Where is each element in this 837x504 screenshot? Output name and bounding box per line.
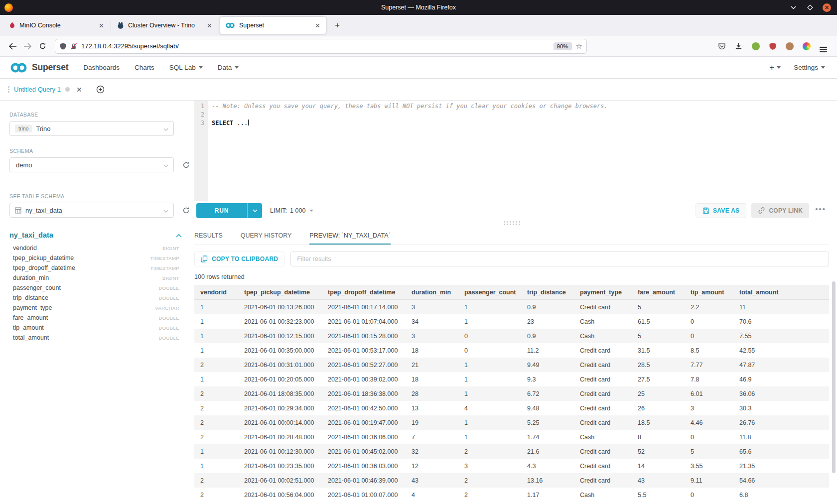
run-label[interactable]: RUN <box>196 203 247 218</box>
schema-column-row: tpep_pickup_datetimeTIMESTAMP <box>9 254 179 264</box>
column-header-passenger_count[interactable]: passenger_count <box>458 285 521 299</box>
nav-dashboards[interactable]: Dashboards <box>83 64 120 71</box>
copy-to-clipboard-button[interactable]: COPY TO CLIPBOARD <box>194 252 284 266</box>
more-options-button[interactable]: ••• <box>814 205 829 216</box>
column-header-tpep_dropoff_datetime[interactable]: tpep_dropoff_datetime <box>322 285 406 299</box>
new-tab-button[interactable]: + <box>331 19 344 31</box>
table-row[interactable]: 12021-06-01 00:23:35.0002021-06-01 00:36… <box>194 459 829 473</box>
query-tab-active[interactable]: Untitled Query 1 ✕ <box>8 85 82 94</box>
refresh-tables-icon[interactable] <box>180 204 192 216</box>
table-row[interactable]: 22021-06-01 00:56:04.0002021-06-01 01:00… <box>194 488 829 502</box>
limit-dropdown[interactable]: LIMIT: 1 000 <box>270 207 313 214</box>
table-row[interactable]: 22021-06-01 18:08:35.0002021-06-01 18:36… <box>194 386 829 401</box>
table-schema-title[interactable]: ny_taxi_data <box>9 231 53 239</box>
shield-icon[interactable] <box>59 42 67 50</box>
close-tab-icon[interactable]: ✕ <box>205 22 214 29</box>
close-tab-icon[interactable]: ✕ <box>97 22 106 29</box>
copy-link-button[interactable]: COPY LINK <box>751 203 809 218</box>
ublock-origin-icon[interactable] <box>766 39 779 53</box>
cell: 6.01 <box>685 386 733 401</box>
table-row[interactable]: 12021-06-01 00:13:26.0002021-06-01 00:17… <box>194 300 829 314</box>
table-row[interactable]: 22021-06-01 00:02:51.0002021-06-01 00:46… <box>194 473 829 488</box>
nav-charts[interactable]: Charts <box>135 64 154 71</box>
menu-hamburger-icon[interactable] <box>817 39 830 53</box>
database-select[interactable]: trino Trino <box>9 121 174 136</box>
table-row[interactable]: 12021-06-01 00:35:00.0002021-06-01 00:53… <box>194 343 829 358</box>
bookmark-star-icon[interactable]: ☆ <box>576 42 582 51</box>
table-schema-label: SEE TABLE SCHEMA <box>9 193 194 199</box>
schema-column-row: tpep_dropoff_datetimeTIMESTAMP <box>9 264 179 274</box>
nav-sql-lab[interactable]: SQL Lab <box>169 64 203 71</box>
cell: 2021-06-01 00:36:03.000 <box>322 459 406 473</box>
table-row[interactable]: 12021-06-01 00:12:15.0002021-06-01 00:15… <box>194 329 829 343</box>
column-header-duration_min[interactable]: duration_min <box>406 285 458 299</box>
table-row[interactable]: 22021-06-01 00:29:34.0002021-06-01 00:42… <box>194 401 829 415</box>
url-bar[interactable]: 172.18.0.4:32295/superset/sqllab/ 90% ☆ <box>55 39 587 54</box>
tab-query-history[interactable]: QUERY HISTORY <box>241 232 292 244</box>
tab-preview[interactable]: PREVIEW: `NY_TAXI_DATA` <box>309 232 390 244</box>
pocket-icon[interactable] <box>715 39 728 53</box>
table-row[interactable]: 22021-06-01 00:28:48.0002021-06-01 00:36… <box>194 430 829 444</box>
privacy-badger-icon[interactable] <box>783 39 796 53</box>
run-options-caret[interactable] <box>247 203 262 218</box>
back-button[interactable] <box>5 39 20 54</box>
close-query-tab-icon[interactable]: ✕ <box>76 86 82 94</box>
cell: 2021-06-01 00:13:26.000 <box>238 300 322 314</box>
forward-button[interactable] <box>20 39 35 54</box>
refresh-schemas-icon[interactable] <box>180 159 192 171</box>
cell: 1 <box>458 314 521 329</box>
url-text[interactable]: 172.18.0.4:32295/superset/sqllab/ <box>81 42 554 50</box>
column-header-vendorid[interactable]: vendorid <box>194 285 238 299</box>
cell: 1 <box>194 343 238 358</box>
zoom-indicator[interactable]: 90% <box>554 42 572 50</box>
extension-pinwheel-icon[interactable] <box>800 39 813 53</box>
column-header-tip_amount[interactable]: tip_amount <box>685 285 733 299</box>
browser-tab-superset[interactable]: Superset ✕ <box>220 17 326 34</box>
extension-icon-green[interactable] <box>749 39 762 53</box>
table-select[interactable]: ny_taxi_data <box>9 203 174 218</box>
table-row[interactable]: 22021-06-01 00:00:14.0002021-06-01 00:19… <box>194 415 829 430</box>
nav-data[interactable]: Data <box>218 64 239 71</box>
add-new-menu[interactable]: + <box>769 63 781 73</box>
column-header-payment_type[interactable]: payment_type <box>574 285 632 299</box>
column-header-total_amount[interactable]: total_amount <box>733 285 829 299</box>
drag-handle-icon[interactable] <box>8 85 9 94</box>
insecure-lock-icon[interactable] <box>70 43 77 50</box>
table-row[interactable]: 22021-06-01 00:31:01.0002021-06-01 00:52… <box>194 358 829 372</box>
settings-menu[interactable]: Settings <box>794 64 825 71</box>
chevron-down-icon <box>235 66 239 69</box>
cell: 2021-06-01 00:20:05.000 <box>238 372 322 386</box>
filter-results-input[interactable] <box>290 252 829 266</box>
collapse-table-icon[interactable] <box>176 231 182 240</box>
minimize-icon[interactable] <box>789 3 798 12</box>
browser-tab-minio[interactable]: MinIO Console ✕ <box>4 17 110 34</box>
editor-code-area[interactable]: -- Note: Unless you save your query, the… <box>208 101 829 201</box>
downloads-icon[interactable] <box>732 39 745 53</box>
browser-tab-trino[interactable]: Cluster Overview - Trino ✕ <box>112 17 218 34</box>
cell: 0 <box>685 430 733 444</box>
cell: 2021-06-01 01:07:04.000 <box>322 314 406 329</box>
table-row[interactable]: 12021-06-01 00:20:05.0002021-06-01 00:39… <box>194 372 829 386</box>
vertical-scrollbar[interactable] <box>832 281 836 473</box>
reload-button[interactable] <box>35 39 50 54</box>
cell: 11.8 <box>733 430 829 444</box>
sql-editor[interactable]: 1 2 3 -- Note: Unless you save your quer… <box>194 101 829 201</box>
cell: 2021-06-01 00:12:30.000 <box>238 444 322 459</box>
tab-results[interactable]: RESULTS <box>194 232 223 244</box>
table-row[interactable]: 12021-06-01 00:32:23.0002021-06-01 01:07… <box>194 314 829 329</box>
close-tab-icon[interactable]: ✕ <box>313 22 322 29</box>
column-header-tpep_pickup_datetime[interactable]: tpep_pickup_datetime <box>238 285 322 299</box>
column-header-fare_amount[interactable]: fare_amount <box>632 285 685 299</box>
close-window-icon[interactable]: ✕ <box>823 3 831 12</box>
column-header-trip_distance[interactable]: trip_distance <box>521 285 574 299</box>
rows-returned-text: 100 rows returned <box>194 273 829 280</box>
save-as-button[interactable]: SAVE AS <box>696 203 746 218</box>
maximize-icon[interactable] <box>806 3 815 12</box>
table-row[interactable]: 12021-06-01 00:12:30.0002021-06-01 00:45… <box>194 444 829 459</box>
pane-splitter[interactable] <box>194 220 829 227</box>
superset-logo[interactable]: Superset <box>9 62 68 74</box>
cell: 2021-06-01 00:31:01.000 <box>238 358 322 372</box>
new-query-tab-button[interactable] <box>96 85 105 94</box>
run-query-button[interactable]: RUN <box>196 203 262 218</box>
schema-select[interactable]: demo <box>9 157 174 172</box>
